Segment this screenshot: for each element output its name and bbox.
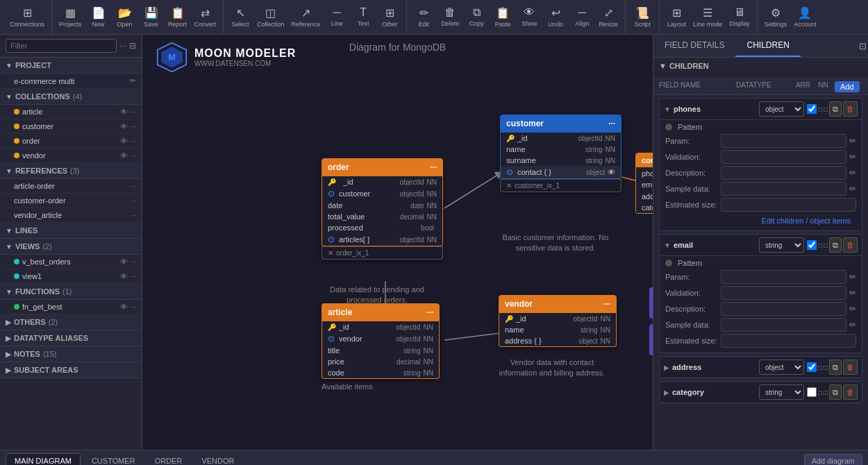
- contact-phones[interactable]: phones[ ] object ▶: [636, 167, 653, 179]
- bottom-tab-main-diagram[interactable]: MAIN DIAGRAM: [6, 453, 81, 466]
- undo-button[interactable]: ↩Undo: [543, 5, 568, 29]
- contact-address[interactable]: address[ ] object ▶: [636, 190, 653, 202]
- add-child-button[interactable]: Add: [835, 81, 860, 92]
- entity-customer-menu[interactable]: ···: [608, 119, 615, 128]
- entity-article[interactable]: article ··· 🔑 _id objectId NN ⊙ vendor o…: [322, 303, 440, 379]
- phones-header[interactable]: ▼ phones object string □ □ ⧉ 🗑: [660, 99, 862, 119]
- reference-button[interactable]: ↗Reference: [289, 5, 324, 29]
- new-button[interactable]: 📄New: [86, 5, 111, 29]
- email-sample-input[interactable]: [721, 318, 846, 332]
- email-checkbox[interactable]: [807, 240, 817, 250]
- children-section-header[interactable]: ▼ CHILDREN: [659, 62, 862, 70]
- phones-type-select[interactable]: object string: [759, 101, 804, 117]
- view-v-best-orders[interactable]: VIEW v_best_orders: [649, 287, 653, 319]
- line-button[interactable]: ─Line: [324, 5, 349, 29]
- category-checkbox[interactable]: [807, 387, 817, 397]
- customer-contact-eye[interactable]: 👁: [608, 168, 615, 176]
- email-param-input[interactable]: [721, 270, 846, 284]
- entity-customer[interactable]: customer ··· 🔑 _id objectId NN name stri…: [500, 115, 621, 192]
- resize-button[interactable]: ⤢Resize: [596, 5, 621, 29]
- email-estsize-input[interactable]: [721, 334, 856, 348]
- article-field-code[interactable]: code string NN: [322, 367, 439, 378]
- order-field-date[interactable]: date date NN: [322, 200, 442, 211]
- bottom-tab-customer[interactable]: CUSTOMER: [83, 454, 144, 466]
- display-button[interactable]: 🖥Display: [726, 5, 753, 29]
- address-header[interactable]: ▶ address object string □ □ ⧉ 🗑: [660, 357, 862, 378]
- order-eye-icon[interactable]: 👁: [120, 137, 128, 145]
- others-section-header[interactable]: ▶ OTHERS (2): [0, 314, 142, 330]
- order-field-processed[interactable]: processed bool: [322, 222, 442, 233]
- view-view1[interactable]: VIEW view1: [649, 324, 653, 355]
- category-copy-btn[interactable]: ⧉: [829, 384, 842, 400]
- edit-button[interactable]: ✏Edit: [411, 5, 436, 29]
- copy-button[interactable]: ⧉Copy: [464, 5, 489, 29]
- sidebar-item-ecommerce[interactable]: e-commerce multi ✏: [0, 74, 142, 89]
- collection-button[interactable]: ◫Collection: [254, 5, 287, 29]
- customer-eye-icon[interactable]: 👁: [120, 122, 128, 130]
- category-type-select[interactable]: string object: [759, 384, 804, 400]
- edit-children-phones-link[interactable]: Edit children / object items: [665, 214, 856, 228]
- customer-order-more[interactable]: ···: [130, 196, 136, 205]
- project-section-header[interactable]: ▼ PROJECT: [0, 58, 142, 74]
- address-checkbox[interactable]: [807, 362, 817, 372]
- sidebar-item-vendor-article[interactable]: vendor_article ···: [0, 208, 142, 223]
- phones-estsize-input[interactable]: [721, 198, 856, 212]
- article-field-vendor[interactable]: ⊙ vendor objectId NN: [322, 332, 439, 345]
- subject-areas-header[interactable]: ▶ SUBJECT AREAS: [0, 362, 142, 378]
- connections-button[interactable]: ⊞ Connections: [7, 5, 47, 29]
- email-header[interactable]: ▼ email string object □ □ ⧉ 🗑: [660, 235, 862, 255]
- vbo-eye-icon[interactable]: 👁: [120, 257, 128, 266]
- sidebar-item-v-best-orders[interactable]: v_best_orders 👁···: [0, 255, 142, 269]
- customer-field-contact[interactable]: ⊙ contact { } object 👁: [501, 166, 621, 178]
- convert-button[interactable]: ⇄Convert: [192, 5, 219, 29]
- phones-copy-btn[interactable]: ⧉: [829, 101, 842, 117]
- projects-button[interactable]: ▦Projects: [56, 5, 85, 29]
- phones-validation-edit[interactable]: ✏: [849, 152, 856, 162]
- text-button[interactable]: TText: [351, 5, 376, 29]
- select-button[interactable]: ↖Select: [228, 5, 253, 29]
- order-field-totalvalue[interactable]: total_value decimal NN: [322, 211, 442, 222]
- article-more-icon[interactable]: ···: [130, 108, 136, 116]
- settings-button[interactable]: ⚙Settings: [762, 5, 790, 29]
- email-param-edit[interactable]: ✏: [849, 272, 856, 282]
- view1-more-icon[interactable]: ···: [130, 272, 136, 280]
- entity-vendor-menu[interactable]: ···: [603, 299, 610, 309]
- address-type-select[interactable]: object string: [759, 360, 804, 375]
- fn-eye-icon[interactable]: 👁: [120, 303, 128, 311]
- sidebar-item-view1[interactable]: view1 👁···: [0, 269, 142, 284]
- notes-section-header[interactable]: ▶ NOTES (15): [0, 346, 142, 362]
- vendor-eye-icon[interactable]: 👁: [120, 151, 128, 160]
- email-desc-edit[interactable]: ✏: [849, 304, 856, 314]
- phones-param-edit[interactable]: ✏: [849, 136, 856, 146]
- references-section-header[interactable]: ▼ REFERENCES (3): [0, 163, 142, 179]
- functions-section-header[interactable]: ▼ FUNCTIONS (1): [0, 284, 142, 300]
- email-sample-edit[interactable]: ✏: [849, 320, 856, 330]
- article-eye-icon[interactable]: 👁: [120, 108, 128, 116]
- bottom-tab-order[interactable]: ORDER: [147, 454, 191, 466]
- vendor-field-id[interactable]: 🔑 _id objectId NN: [499, 313, 616, 324]
- canvas-area[interactable]: Diagram for MongoDB M MOON MODELER WWW.D…: [142, 35, 653, 450]
- add-diagram-button[interactable]: Add diagram: [804, 454, 862, 466]
- align-button[interactable]: ─Align: [569, 5, 594, 29]
- account-button[interactable]: 👤Account: [791, 5, 819, 29]
- vendor-more-icon[interactable]: ···: [130, 151, 136, 160]
- email-validation-input[interactable]: [721, 286, 846, 300]
- vendor-field-address[interactable]: address { } object NN: [499, 335, 616, 346]
- paste-button[interactable]: 📋Paste: [490, 5, 515, 29]
- sidebar-item-customer[interactable]: customer 👁···: [0, 119, 142, 134]
- phones-desc-edit[interactable]: ✏: [849, 168, 856, 178]
- phones-param-input[interactable]: [721, 134, 846, 148]
- datatype-aliases-header[interactable]: ▶ DATATYPE ALIASES: [0, 330, 142, 346]
- address-delete-btn[interactable]: 🗑: [843, 360, 858, 375]
- sidebar-item-article[interactable]: article 👁···: [0, 105, 142, 119]
- vendor-article-more[interactable]: ···: [130, 211, 136, 219]
- lines-section-header[interactable]: ▼ LINES: [0, 223, 142, 239]
- other-button[interactable]: ⊞Other: [377, 5, 402, 29]
- email-desc-input[interactable]: [721, 302, 846, 316]
- article-field-price[interactable]: price decimal NN: [322, 356, 439, 367]
- sidebar-item-article-order[interactable]: article-order ···: [0, 179, 142, 194]
- email-expand-arrow[interactable]: ▼: [664, 242, 671, 249]
- script-button[interactable]: 📜Script: [630, 5, 655, 29]
- delete-button[interactable]: 🗑Delete: [437, 5, 462, 29]
- open-button[interactable]: 📂Open: [112, 5, 137, 29]
